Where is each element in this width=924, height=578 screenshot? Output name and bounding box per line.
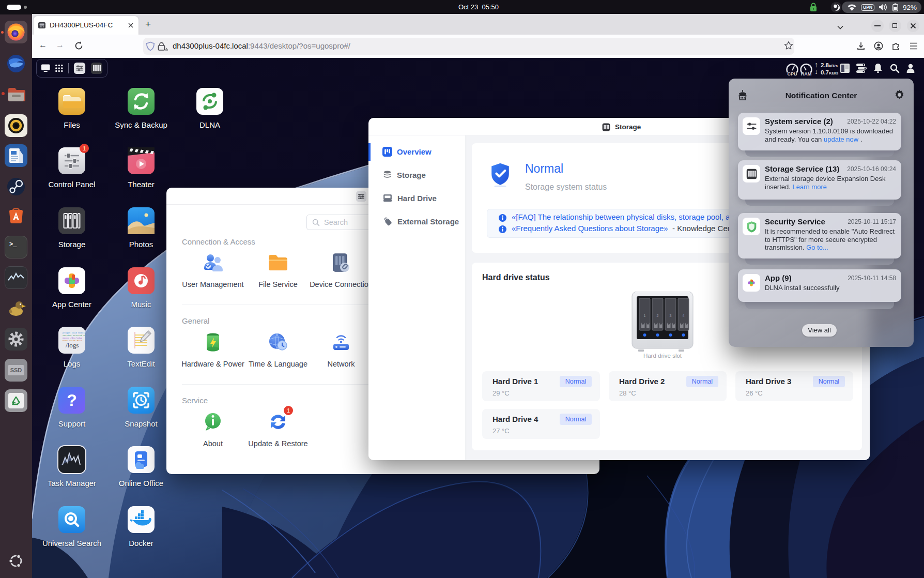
svg-text:/logs: /logs	[66, 341, 79, 349]
svg-text:3: 3	[670, 314, 672, 317]
svg-text:?: ?	[67, 391, 77, 409]
svg-text:4: 4	[683, 314, 685, 317]
svg-text:mount /dev/sda1: mount /dev/sda1	[63, 337, 82, 339]
svg-text:Hard drive slot: Hard drive slot	[643, 353, 682, 359]
svg-text:plugin load module: plugin load module	[63, 332, 85, 334]
svg-text:service started ok: service started ok	[63, 334, 85, 337]
svg-text:2: 2	[657, 314, 659, 317]
svg-text:1: 1	[644, 314, 646, 317]
svg-text:>_: >_	[9, 241, 17, 248]
